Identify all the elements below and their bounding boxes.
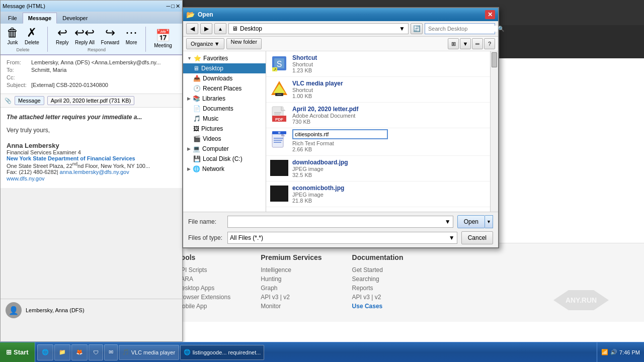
- taskbar-avast[interactable]: 🛡: [89, 344, 103, 360]
- nav-libraries[interactable]: ▶ 📚 Libraries: [183, 94, 266, 104]
- firefox-icon: 🦊: [76, 349, 83, 355]
- outlook-minimize[interactable]: ─: [167, 3, 171, 9]
- footer-link-hunting[interactable]: Hunting: [261, 276, 321, 283]
- footer-link-desktop[interactable]: Desktop Apps: [177, 285, 230, 292]
- taskbar-browser-app[interactable]: 🌐 listinggoode... requirednet...: [180, 345, 265, 360]
- file-item-rtf[interactable]: W Rich Text Format 2.66 KB: [266, 128, 498, 156]
- cc-label: Cc:: [7, 74, 29, 80]
- nav-desktop[interactable]: 🖥 Desktop: [183, 63, 266, 73]
- reply-button[interactable]: ↩ Reply: [54, 26, 71, 46]
- recent-label: Recent Places: [203, 85, 242, 92]
- nav-localdisk[interactable]: 💾 Local Disk (C:): [183, 154, 266, 164]
- more-button[interactable]: ⋯ More: [123, 26, 139, 46]
- ribbon-tab-message[interactable]: Message: [23, 13, 57, 24]
- forward-button-dialog[interactable]: ▶: [200, 23, 212, 34]
- files-scrollbar[interactable]: [490, 51, 498, 212]
- view-btn-1[interactable]: ⊞: [448, 38, 459, 49]
- taskbar-firefox[interactable]: 🦊: [71, 344, 88, 360]
- downloads-icon: 📥: [193, 75, 201, 82]
- outlook-close[interactable]: ✕: [176, 3, 180, 10]
- taskbar-vlc-app[interactable]: 🎵 VLC media player: [119, 345, 179, 360]
- nav-favorites[interactable]: ▼ ⭐ Favorites: [183, 53, 266, 63]
- footer-link-apiv3-docs[interactable]: API v3 | v2: [352, 294, 404, 301]
- nav-computer[interactable]: ▶ 💻 Computer: [183, 144, 266, 154]
- footer-link-api[interactable]: API Scripts: [177, 266, 230, 274]
- nav-documents[interactable]: 📄 Documents: [183, 104, 266, 114]
- view-btn-3[interactable]: ═: [472, 38, 483, 49]
- sig-website-link[interactable]: www.dfs.ny.gov: [7, 175, 45, 182]
- ie-icon: 🌐: [42, 349, 49, 355]
- footer-link-reports[interactable]: Reports: [352, 285, 404, 292]
- footer-link-mobile[interactable]: Mobile App: [177, 303, 230, 310]
- jpg2-name: economicboth.jpg: [292, 185, 494, 192]
- footer-link-getstarted[interactable]: Get Started: [352, 266, 404, 274]
- up-button[interactable]: ▲: [214, 23, 226, 34]
- footer-link-browser[interactable]: Browser Extensions: [177, 294, 230, 301]
- sig-title: Financial Services Examiner 4: [7, 149, 176, 155]
- location-dropdown-icon[interactable]: ▼: [399, 25, 405, 32]
- dialog-titlebar: 📂 Open ✕: [183, 8, 498, 21]
- nav-recent[interactable]: 🕐 Recent Places: [183, 83, 266, 94]
- file-item-vlc[interactable]: VLC media player Shortcut 1.00 KB: [266, 77, 498, 103]
- new-folder-button[interactable]: New folder: [226, 38, 262, 49]
- file-item-pdf[interactable]: PDF April 20, 2020 letter.pdf Adobe Acro…: [266, 103, 498, 128]
- footer-link-intelligence[interactable]: Intelligence: [261, 266, 321, 274]
- meeting-button[interactable]: 📅 Meeting: [152, 29, 174, 49]
- footer-link-yara[interactable]: YARA: [177, 276, 230, 283]
- footer-link-searching[interactable]: Searching: [352, 276, 404, 283]
- email-attachment-bar: 📎 Message April 20, 2020 letter.pdf (731…: [1, 94, 182, 108]
- file-item-shortcut[interactable]: S ↗ Shortcut Shortcut 1.23 KB: [266, 51, 498, 77]
- vlc-info: VLC media player Shortcut 1.00 KB: [292, 80, 494, 99]
- filename-input-overlay[interactable]: [292, 129, 388, 139]
- libraries-icon: 📚: [193, 95, 200, 102]
- body-greeting: Very truly yours,: [7, 127, 176, 134]
- footer-link-graph[interactable]: Graph: [261, 285, 321, 292]
- taskbar-explorer[interactable]: 📁: [54, 344, 70, 360]
- organize-button[interactable]: Organize ▼: [186, 38, 224, 49]
- filename-field[interactable]: ▼: [227, 216, 453, 228]
- help-btn[interactable]: ?: [484, 38, 495, 49]
- sig-email-link[interactable]: anna.lembersky@dfs.ny.gov: [60, 169, 129, 175]
- file-item-jpg2[interactable]: economicboth.jpg JPEG image 21.8 KB: [266, 182, 498, 207]
- to-label: To:: [7, 67, 29, 73]
- ribbon-tab-developer[interactable]: Developer: [57, 13, 93, 24]
- dialog-title-text: Open: [198, 11, 485, 18]
- footer-col-docs: Documentation Get Started Searching Repo…: [352, 253, 404, 312]
- forward-button[interactable]: ↪ Forward: [99, 26, 121, 46]
- footer-link-usecases[interactable]: Use Cases: [352, 303, 404, 310]
- filename-dropdown-arrow[interactable]: ▼: [445, 218, 451, 225]
- nav-music[interactable]: 🎵 Music: [183, 114, 266, 124]
- dialog-close-button[interactable]: ✕: [485, 10, 495, 19]
- refresh-button[interactable]: 🔄: [411, 23, 423, 34]
- svg-rect-25: [271, 186, 288, 201]
- footer-link-monitor[interactable]: Monitor: [261, 303, 321, 310]
- nav-network[interactable]: ▶ 🌐 Network: [183, 164, 266, 174]
- ribbon-divider-2: [145, 27, 146, 52]
- filetype-dropdown[interactable]: All Files (*.*) ▼: [227, 232, 457, 244]
- open-arrow-button[interactable]: ▼: [485, 215, 493, 228]
- taskbar-ie[interactable]: 🌐: [37, 344, 53, 360]
- taskbar-thunderbird[interactable]: ✉: [104, 344, 118, 360]
- footer-link-apiv3-premium[interactable]: API v3 | v2: [261, 294, 321, 301]
- search-input[interactable]: [428, 26, 498, 32]
- nav-videos[interactable]: 🎬 Videos: [183, 134, 266, 144]
- location-bar[interactable]: 🖥 Desktop ▼: [228, 23, 409, 34]
- ribbon-tab-file[interactable]: File: [3, 13, 23, 24]
- nav-pictures[interactable]: 🖼 Pictures: [183, 124, 266, 134]
- search-bar[interactable]: 🔍: [425, 23, 495, 34]
- back-button[interactable]: ◀: [186, 23, 198, 34]
- outlook-maximize[interactable]: □: [171, 3, 175, 9]
- reply-all-button[interactable]: ↩↩ Reply All: [72, 26, 97, 46]
- open-button[interactable]: Open: [457, 215, 485, 228]
- message-tab-attach[interactable]: Message: [15, 96, 44, 105]
- junk-button[interactable]: 🗑 Junk: [5, 26, 21, 46]
- filetype-arrow[interactable]: ▼: [449, 234, 455, 241]
- start-label: Start: [14, 348, 29, 356]
- file-item-jpg1[interactable]: downloadboard.jpg JPEG image 32.5 KB: [266, 156, 498, 182]
- delete-button[interactable]: ✗ Delete: [23, 26, 41, 46]
- start-button[interactable]: ⊞ Start: [0, 342, 35, 362]
- pdf-attach[interactable]: April 20, 2020 letter.pdf (731 KB): [47, 96, 135, 105]
- cancel-button[interactable]: Cancel: [461, 231, 493, 244]
- nav-downloads[interactable]: 📥 Downloads: [183, 73, 266, 83]
- view-btn-2[interactable]: ▼: [460, 38, 471, 49]
